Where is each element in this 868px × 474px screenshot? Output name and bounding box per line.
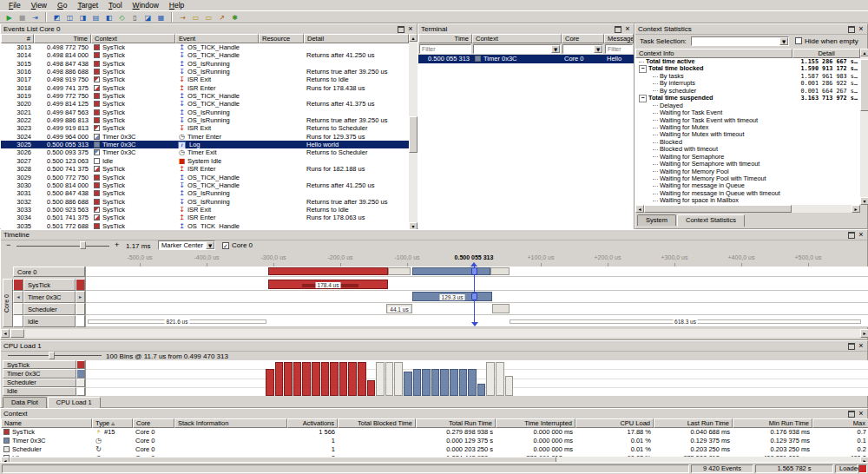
goto-event-button[interactable]: → — [177, 12, 188, 23]
cpu-row-label-scheduler[interactable]: Scheduler — [3, 379, 76, 387]
stats-tree-item[interactable]: Waiting for Memory Pool — [635, 168, 860, 175]
cpu-load-bar[interactable] — [330, 362, 339, 396]
stats-tree-item[interactable]: Waiting for space in Mailbox — [635, 197, 860, 204]
scroll-left-icon[interactable]: ◂ — [13, 291, 23, 303]
data-plot-panel-icon[interactable]: ▯ — [129, 12, 141, 23]
memory-panel-icon[interactable]: ▦ — [155, 12, 167, 23]
chevron-down-icon[interactable]: ▼ — [551, 45, 560, 53]
cpu-load-bar[interactable] — [321, 362, 330, 396]
event-row[interactable]: 30130.498 772 750SysTick↥OS_TICK_Handle — [1, 43, 409, 51]
stop-button[interactable]: ■ — [16, 12, 28, 23]
timeline-track-scheduler[interactable]: 44.1 us — [86, 303, 868, 315]
event-row[interactable]: 30160.498 886 688SysTick↧OS_IsRunningRet… — [1, 68, 409, 76]
row-color-chip[interactable] — [13, 303, 23, 315]
timeline-horizontal-scrollbar[interactable]: ◂▸ — [1, 329, 868, 338]
close-panel-icon[interactable]: × — [624, 24, 631, 34]
cpu-load-bar[interactable] — [431, 369, 440, 396]
time-filter-input[interactable] — [419, 44, 471, 54]
cpu-load-bar[interactable] — [284, 362, 293, 396]
hide-when-empty-checkbox[interactable]: Hide when empty — [795, 37, 858, 45]
collapse-icon[interactable]: − — [639, 95, 647, 102]
cpu-load-bar[interactable] — [413, 369, 422, 396]
save-trace-button[interactable]: ▭ — [203, 12, 214, 23]
chevron-down-icon[interactable]: ▼ — [206, 241, 214, 249]
column-header-context[interactable]: Context — [91, 34, 175, 43]
cpu-load-bar[interactable] — [302, 362, 311, 396]
context-row[interactable]: SysTick⚡#15Core 01 5660.279 898 938 s0.0… — [1, 428, 868, 437]
column-header-event[interactable]: Event — [175, 34, 259, 43]
event-row[interactable]: 30270.500 123 063Idle■System Idle — [1, 157, 409, 165]
event-row[interactable]: 30150.498 847 438SysTick↥OS_IsRunning — [1, 60, 409, 68]
event-row[interactable]: 30190.499 772 750SysTick↥OS_TICK_Handle — [1, 92, 409, 100]
zoom-slider-track[interactable] — [16, 246, 109, 247]
timeline-bar[interactable] — [388, 267, 411, 275]
context-filter-select[interactable]: ▼ — [473, 44, 561, 54]
event-row[interactable]: 30310.500 847 438SysTick↥OS_IsRunning — [1, 189, 409, 197]
checkbox-icon[interactable] — [795, 37, 802, 44]
timeline-track-systick[interactable]: 178.4 us — [86, 279, 868, 291]
scroll-thumb[interactable] — [644, 205, 792, 213]
float-panel-icon[interactable] — [848, 26, 855, 33]
menu-view[interactable]: View — [26, 0, 52, 11]
event-row[interactable]: 30320.500 886 688SysTick↧OS_IsRunningRet… — [1, 198, 409, 206]
timeline-bar[interactable] — [492, 304, 510, 313]
scroll-up-icon[interactable]: ▴ — [860, 49, 868, 56]
cpu-load-bar[interactable] — [339, 362, 348, 396]
close-panel-icon[interactable]: × — [858, 24, 865, 34]
stats-tree-item[interactable]: Waiting for Task Event — [635, 109, 860, 116]
cursor-grip[interactable] — [471, 267, 477, 275]
zoom-slider-thumb[interactable] — [80, 241, 86, 249]
column-header-activations[interactable]: Activations — [287, 418, 338, 428]
settings-button[interactable]: ✱ — [229, 12, 240, 23]
menu-window[interactable]: Window — [128, 0, 164, 11]
marker-mode-select[interactable]: Marker Center▼ — [158, 240, 215, 250]
timeline-row-label-core-0[interactable]: Core 0 — [13, 267, 85, 277]
cpu-row-label-systick[interactable]: SysTick — [3, 360, 76, 369]
stats-tree-item[interactable]: Delayed — [635, 102, 860, 109]
column-header-core[interactable]: Core — [133, 418, 174, 428]
core0-checkbox[interactable]: ✓Core 0 — [222, 241, 253, 249]
column-header-resource[interactable]: Resource — [259, 34, 304, 43]
menu-go[interactable]: Go — [52, 0, 72, 11]
column-header-stack-information[interactable]: Stack Information — [174, 418, 287, 428]
cpu-load-bar[interactable] — [496, 362, 504, 396]
context-row[interactable]: Scheduler↻Core 010.000 203 250 s0.000 00… — [1, 445, 868, 454]
zoom-out-button[interactable]: − — [6, 240, 10, 249]
cpu-load-bar[interactable] — [477, 384, 486, 396]
zoom-in-button[interactable]: + — [115, 240, 119, 249]
float-panel-icon[interactable] — [615, 26, 621, 33]
stats-tree-item[interactable]: Waiting for message in Queue — [635, 182, 860, 189]
cpu-load-panel-icon[interactable]: ◪ — [142, 12, 154, 23]
menu-help[interactable]: Help — [164, 0, 189, 11]
open-trace-button[interactable]: ▭ — [190, 12, 201, 23]
column-header-core[interactable]: Core — [562, 34, 604, 43]
tab-context-statistics[interactable]: Context Statistics — [677, 214, 745, 227]
stats-tree-item[interactable]: Blocked — [635, 139, 860, 146]
event-row[interactable]: 30230.499 919 813SysTick↧ISR ExitReturns… — [1, 124, 409, 132]
goto-marker-button[interactable]: ↗ — [216, 12, 227, 23]
tab-data-plot[interactable]: Data Plot — [3, 397, 47, 408]
event-row[interactable]: 30170.498 919 750SysTick↧ISR ExitReturns… — [1, 76, 409, 83]
timeline-row-label-timer-0x3c[interactable]: Timer 0x3C — [23, 291, 76, 303]
tab-cpu-load-1[interactable]: CPU Load 1 — [48, 397, 101, 409]
chevron-down-icon[interactable]: ▼ — [594, 45, 602, 53]
stats-horizontal-scrollbar[interactable]: ◂▸ — [635, 205, 860, 213]
timeline-panel-icon[interactable]: ◨ — [77, 12, 89, 23]
stats-tree-item[interactable]: By scheduler0.001 664 267 s… — [635, 88, 860, 95]
event-row[interactable]: 30180.499 741 375SysTick↥ISR EnterRuns f… — [1, 84, 409, 92]
row-color-chip[interactable] — [76, 315, 85, 327]
bins-slider-thumb[interactable] — [49, 352, 55, 359]
cpu-load-bar[interactable] — [266, 369, 274, 396]
task-selection-select[interactable]: ▼ — [691, 36, 789, 46]
timeline-row-label-systick[interactable]: SysTick — [23, 279, 76, 291]
close-panel-icon[interactable]: × — [858, 230, 865, 240]
column-header-detail[interactable]: Detail — [792, 49, 860, 58]
event-row[interactable]: 30290.500 772 750SysTick↥OS_TICK_Handle — [1, 174, 409, 181]
float-panel-icon[interactable] — [848, 411, 855, 418]
cpu-load-bar[interactable] — [312, 362, 320, 396]
column-header-cpu-load[interactable]: CPU Load — [575, 418, 654, 428]
stats-tree-item[interactable]: −Total time blocked1.590 913 172 s… — [635, 65, 860, 72]
cpu-load-bar[interactable] — [486, 362, 495, 396]
scroll-thumb[interactable] — [409, 116, 418, 153]
column-header-detail[interactable]: Detail — [304, 34, 409, 43]
